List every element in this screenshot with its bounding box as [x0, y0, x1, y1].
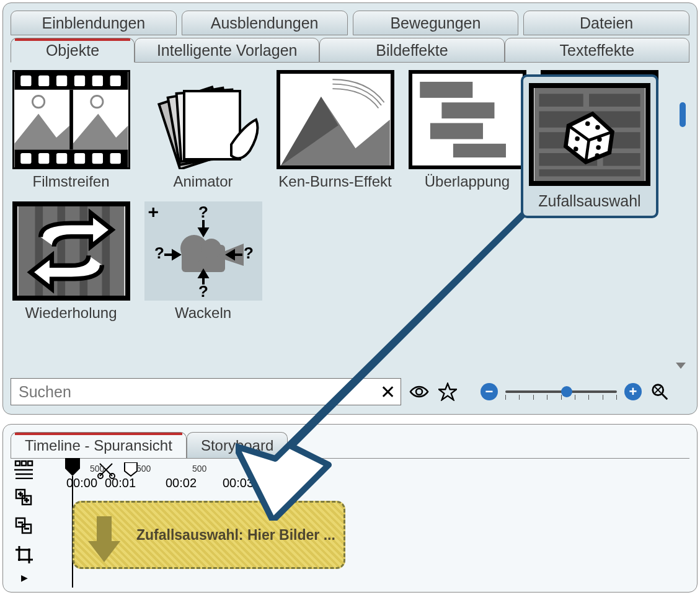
- svg-rect-78: [28, 461, 32, 465]
- item-label: Überlappung: [425, 173, 510, 190]
- tab-label: Storyboard: [201, 437, 273, 454]
- ruler-time: 00:02: [166, 476, 197, 490]
- item-label: Ken-Burns-Effekt: [278, 173, 391, 190]
- tab-ausblendungen[interactable]: Ausblendungen: [182, 11, 348, 35]
- expand-icon[interactable]: ▶: [21, 573, 28, 583]
- svg-rect-77: [22, 461, 26, 465]
- item-label: Wiederholung: [25, 304, 117, 322]
- svg-rect-11: [74, 153, 84, 164]
- timeline-clip-zufallsauswahl[interactable]: Zufallsauswahl: Hier Bilder ...: [73, 501, 345, 569]
- add-group-icon[interactable]: [14, 487, 35, 508]
- scrollbar-thumb-icon[interactable]: [680, 102, 686, 127]
- thumb-filmstreifen: [12, 70, 130, 169]
- thumb-ueberlappung: [409, 70, 526, 169]
- tab-label: Timeline - Spuransicht: [25, 437, 172, 454]
- tab-label: Einblendungen: [42, 14, 145, 32]
- eye-icon[interactable]: [409, 381, 430, 402]
- item-label: Wackeln: [175, 304, 231, 322]
- item-wackeln[interactable]: + ????: [143, 201, 264, 322]
- svg-rect-59: [539, 94, 583, 107]
- svg-rect-10: [56, 153, 66, 164]
- ruler-time: 00:01: [105, 476, 136, 490]
- item-ueberlappung[interactable]: Überlappung: [407, 70, 528, 190]
- ruler-minor: 500: [90, 464, 104, 474]
- svg-rect-35: [57, 206, 65, 296]
- timeline-tabs: Timeline - Spuransicht Storyboard: [11, 432, 689, 459]
- star-icon[interactable]: [437, 381, 458, 402]
- item-label: Zufallsauswahl: [538, 192, 640, 210]
- tab-intelligente-vorlagen[interactable]: Intelligente Vorlagen: [135, 38, 319, 63]
- svg-rect-65: [539, 169, 640, 176]
- timeline-tools: ▶: [11, 459, 38, 583]
- svg-rect-9: [38, 153, 49, 164]
- ruler-time: 00:03: [223, 476, 254, 490]
- svg-rect-25: [441, 102, 494, 118]
- tab-label: Bewegungen: [390, 14, 481, 32]
- zoom-slider[interactable]: [505, 381, 617, 402]
- svg-rect-37: [102, 206, 110, 296]
- primary-tabs: Einblendungen Ausblendungen Bewegungen D…: [11, 11, 689, 35]
- svg-rect-60: [589, 94, 640, 107]
- tab-dateien[interactable]: Dateien: [523, 11, 689, 35]
- tab-label: Intelligente Vorlagen: [157, 42, 298, 60]
- timeline-ruler[interactable]: 500 500 500 00:00 00:01 00:02 00:03: [47, 459, 689, 491]
- search-input[interactable]: [11, 378, 401, 405]
- zoom-in-button[interactable]: +: [624, 383, 642, 400]
- svg-rect-24: [420, 82, 472, 98]
- svg-point-53: [416, 389, 422, 395]
- arrow-down-icon: [86, 514, 123, 563]
- svg-marker-50: [173, 251, 179, 258]
- item-ken-burns[interactable]: Ken-Burns-Effekt: [275, 70, 396, 190]
- item-filmstreifen[interactable]: Filmstreifen: [11, 70, 131, 190]
- chevron-down-icon[interactable]: [676, 363, 686, 369]
- tab-label: Bildeffekte: [376, 42, 448, 60]
- item-zufallsauswahl-dragged[interactable]: −: [521, 74, 658, 218]
- tab-bewegungen[interactable]: Bewegungen: [353, 11, 519, 35]
- timeline-panel: Timeline - Spuransicht Storyboard ▶ 500: [2, 424, 698, 593]
- thumb-wackeln: + ????: [144, 201, 262, 301]
- svg-point-40: [202, 239, 221, 258]
- svg-rect-15: [69, 90, 73, 149]
- tab-texteffekte[interactable]: Texteffekte: [505, 38, 689, 63]
- svg-rect-26: [430, 123, 482, 139]
- secondary-tabs: Objekte Intelligente Vorlagen Bildeffekt…: [11, 38, 689, 63]
- thumb-ken-burns: [277, 70, 394, 169]
- zoom-reset-icon[interactable]: [649, 381, 670, 402]
- svg-text:?: ?: [154, 244, 164, 262]
- tab-bildeffekte[interactable]: Bildeffekte: [319, 38, 504, 63]
- tab-objekte[interactable]: Objekte: [11, 38, 135, 63]
- remove-group-icon[interactable]: [14, 516, 35, 537]
- item-label: Filmstreifen: [32, 173, 109, 190]
- thumb-zufallsauswahl: [529, 83, 650, 186]
- tab-timeline[interactable]: Timeline - Spuransicht: [11, 432, 187, 458]
- zoom-out-button[interactable]: −: [481, 383, 498, 400]
- thumb-wiederholung: [12, 201, 130, 301]
- svg-text:?: ?: [244, 244, 254, 262]
- search-bar: ✕ − +: [11, 378, 689, 405]
- svg-rect-5: [74, 76, 84, 86]
- svg-rect-4: [56, 76, 66, 86]
- crop-icon[interactable]: [14, 544, 35, 565]
- tab-einblendungen[interactable]: Einblendungen: [11, 11, 177, 35]
- tab-label: Objekte: [46, 42, 99, 60]
- svg-line-55: [662, 394, 667, 399]
- svg-rect-27: [453, 144, 505, 157]
- item-wiederholung[interactable]: Wiederholung: [11, 201, 131, 322]
- tracks-icon[interactable]: [14, 459, 35, 480]
- tab-storyboard[interactable]: Storyboard: [187, 432, 288, 458]
- item-label: Animator: [173, 173, 233, 190]
- item-animator[interactable]: Animator: [143, 70, 264, 190]
- svg-rect-7: [110, 76, 120, 86]
- svg-rect-8: [20, 153, 31, 164]
- tab-label: Dateien: [580, 14, 633, 32]
- ruler-minor: 500: [136, 464, 151, 474]
- grid-scrollbar[interactable]: [680, 77, 686, 369]
- svg-marker-46: [200, 229, 207, 235]
- thumb-animator: [144, 70, 262, 169]
- svg-rect-76: [16, 461, 20, 465]
- svg-rect-12: [92, 153, 102, 164]
- ruler-time: 00:00: [66, 476, 97, 490]
- svg-rect-13: [110, 153, 120, 164]
- svg-rect-3: [38, 76, 49, 86]
- svg-rect-36: [79, 206, 87, 296]
